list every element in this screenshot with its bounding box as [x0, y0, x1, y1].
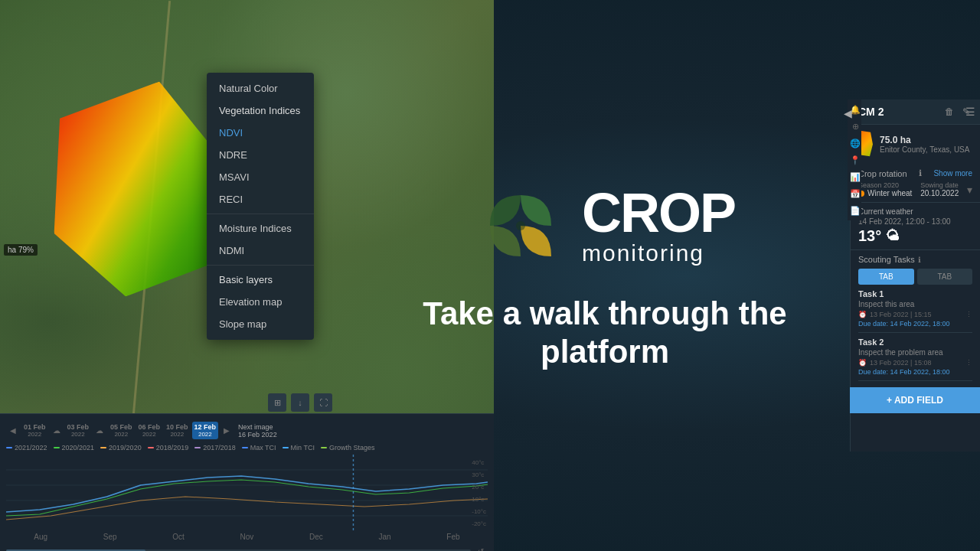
map-ctrl-1[interactable]: ⊞ [268, 393, 286, 412]
field-info: 75.0 ha Enitor County, Texas, USA [851, 125, 980, 164]
msavi-option[interactable]: MSAVI [207, 166, 314, 188]
panel-title: CM 2 [858, 106, 884, 118]
legend-mintci: Min TCI [283, 444, 315, 452]
map-controls: ⊞ ↓ ⛶ [268, 393, 332, 412]
timeline-next[interactable]: ▶ [220, 424, 234, 438]
sidebar-file-icon[interactable]: 📄 [850, 205, 861, 216]
timeline-date-2[interactable]: 05 Feb 2022 [108, 422, 135, 439]
weather-temp: 13° 🌤 [858, 227, 972, 245]
task-item-2: Task 2 Inspect the problem area ⏰ 13 Feb… [858, 333, 972, 381]
slope-map-option[interactable]: Slope map [207, 313, 314, 335]
tagline: Take a walk through the platform [413, 295, 796, 372]
field-details: 75.0 ha Enitor County, Texas, USA [880, 135, 972, 154]
timeline-dates-row: ◀ 01 Feb 2022 ☁ 03 Feb 2022 ☁ 05 Feb 202… [0, 419, 494, 442]
task-2-desc: Inspect the problem area [858, 348, 972, 357]
svg-point-5 [516, 221, 525, 230]
sidebar-globe-icon[interactable]: 🌐 [850, 138, 861, 148]
map-ctrl-2[interactable]: ↓ [291, 393, 309, 412]
field-location: Enitor County, Texas, USA [880, 145, 972, 154]
task-2-due: Due date: 14 Feb 2022, 18:00 [858, 368, 972, 376]
crop-rotation-label: Crop rotation ℹ Show more [858, 168, 972, 178]
moisture-indices-option[interactable]: Moisture Indices [207, 217, 314, 240]
chart-y-labels: 40°c 30°c 20°c 10°c -10°c -20°c [470, 455, 488, 531]
crop-rotation-section: Crop rotation ℹ Show more Season 2020 Wi… [851, 164, 980, 203]
field-size: 75.0 ha [880, 135, 972, 145]
timeline-date-4[interactable]: 10 Feb 2022 [164, 422, 191, 439]
task-1-desc: Inspect this area [858, 300, 972, 308]
panel-header: CM 2 🗑 ✎ [851, 99, 980, 125]
chart-legend: 2021/2022 2020/2021 2019/2020 2018/2019 … [0, 442, 494, 453]
divider-1 [207, 214, 314, 214]
map-ctrl-fullscreen[interactable]: ⛶ [314, 393, 332, 412]
task-item-1: Task 1 Inspect this area ⏰ 13 Feb 2022 |… [858, 285, 972, 333]
timeline-date-0[interactable]: 01 Feb 2022 [21, 422, 48, 439]
chart-x-labels: Aug Sep Oct Nov Dec Jan Feb [0, 533, 494, 541]
add-field-button[interactable]: + ADD FIELD [850, 387, 980, 413]
sidebar-pin-icon[interactable]: 📍 [850, 155, 861, 165]
task-1-meta: ⏰ 13 Feb 2022 | 15:15 ⋮ [858, 311, 972, 318]
task-2-name: Task 2 [858, 337, 972, 347]
timeline-bar: ◀ 01 Feb 2022 ☁ 03 Feb 2022 ☁ 05 Feb 202… [0, 413, 494, 551]
elevation-map-option[interactable]: Elevation map [207, 291, 314, 313]
logo-text: CROP monitoring [582, 185, 735, 266]
timeline-prev[interactable]: ◀ [6, 424, 20, 438]
panel-menu-button[interactable]: ☰ [964, 106, 976, 118]
crop-logo-icon [475, 180, 567, 272]
crop-chevron[interactable]: ▾ [967, 184, 972, 196]
next-image-label: Next image16 Feb 2022 [238, 423, 277, 439]
timeline-icon-1: ☁ [50, 424, 64, 438]
weather-icon: 🌤 [886, 228, 900, 244]
ha-label: ha 79% [4, 244, 38, 256]
reci-option[interactable]: RECI [207, 188, 314, 210]
legend-growth: Growth Stages [321, 444, 375, 452]
scouting-label: Scouting Tasks ℹ [858, 255, 972, 264]
timeline-date-3[interactable]: 06 Feb 2022 [136, 422, 163, 439]
legend-2019: 2019/2020 [100, 444, 142, 452]
show-more-link[interactable]: Show more [933, 169, 972, 178]
scouting-tabs: TAB TAB [858, 269, 972, 285]
timeline-slider-row: ↺ [0, 541, 494, 551]
sowing-label: Sowing date [920, 181, 959, 189]
basic-layers-header[interactable]: Basic layers [207, 269, 314, 291]
task-1-due: Due date: 14 Feb 2022, 18:00 [858, 320, 972, 328]
layer-dropdown: Natural Color Vegetation Indices NDVI ND… [207, 73, 314, 340]
timeline-icon-2: ☁ [93, 424, 106, 438]
ndmi-option[interactable]: NDMI [207, 240, 314, 262]
back-button[interactable]: ◀ [840, 106, 855, 121]
vegetation-indices-header[interactable]: Vegetation Indices [207, 99, 314, 122]
logo-monitoring-text: monitoring [582, 240, 735, 266]
weather-time: 14 Feb 2022, 12:00 - 13:00 [858, 217, 972, 226]
sowing-value: 20.10.2022 [920, 189, 959, 197]
logo-area: CROP monitoring [475, 180, 735, 272]
season-label: Season 2020 [858, 181, 912, 189]
ndvi-option[interactable]: NDVI [207, 122, 314, 144]
chart-area: 40°c 30°c 20°c 10°c -10°c -20°c [6, 455, 488, 531]
crop-badge: Winter wheat [858, 189, 912, 197]
legend-2017: 2017/2018 [194, 444, 236, 452]
scouting-section: Scouting Tasks ℹ TAB TAB Task 1 Inspect … [851, 250, 980, 386]
ndre-option[interactable]: NDRE [207, 144, 314, 166]
scouting-tab-1[interactable]: TAB [858, 269, 914, 285]
timeline-date-5[interactable]: 12 Feb 2022 [192, 422, 219, 439]
task-1-name: Task 1 [858, 289, 972, 298]
crop-row: Season 2020 Winter wheat Sowing date 20.… [858, 181, 972, 197]
sidebar-chart-icon[interactable]: 📊 [850, 171, 861, 182]
legend-2020: 2020/2021 [54, 444, 95, 452]
weather-title: Current weather [858, 207, 972, 216]
natural-color-option[interactable]: Natural Color [207, 77, 314, 99]
legend-maxtci: Max TCI [242, 444, 276, 452]
scouting-tab-2[interactable]: TAB [917, 269, 973, 285]
legend-2018: 2018/2019 [148, 444, 189, 452]
delete-icon[interactable]: 🗑 [943, 106, 956, 118]
logo-crop-text: CROP [582, 185, 735, 240]
timeline-date-1[interactable]: 03 Feb 2022 [65, 422, 92, 439]
refresh-icon[interactable]: ↺ [474, 544, 488, 551]
sidebar-layers-icon[interactable]: ⊕ [850, 121, 861, 132]
divider-2 [207, 265, 314, 266]
legend-2021: 2021/2022 [6, 444, 47, 452]
task-2-meta: ⏰ 13 Feb 2022 | 15:08 ⋮ [858, 359, 972, 367]
weather-section: Current weather 14 Feb 2022, 12:00 - 13:… [851, 203, 980, 250]
sidebar-calendar-icon[interactable]: 📅 [850, 188, 861, 199]
